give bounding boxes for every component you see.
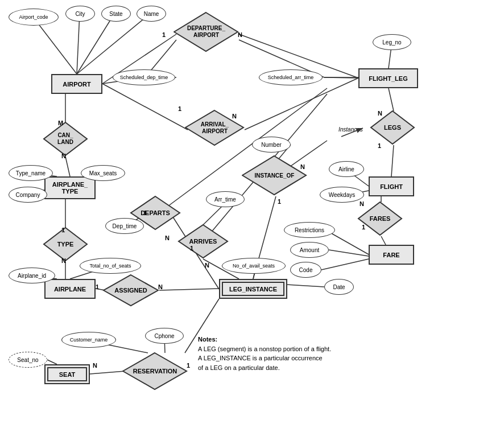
dep-time-attr: Dep_time — [105, 218, 144, 234]
card-1-legs-bottom: 1 — [378, 142, 381, 149]
fares-label: FARES — [370, 215, 391, 222]
assigned-label: ASSIGNED — [114, 287, 147, 294]
svg-line-48 — [47, 360, 57, 364]
card-n-can-land: N — [61, 153, 66, 159]
flight-leg-label: FLIGHT_LEG — [369, 75, 407, 82]
seat-entity: SEAT — [44, 364, 90, 384]
customer-name-label: Customer_name — [70, 337, 108, 343]
code-attr: Code — [290, 262, 321, 278]
card-n-departure: N — [238, 31, 242, 38]
type-name-label: Type_name — [16, 170, 46, 176]
arrives-label: ARRIVES — [189, 238, 217, 245]
svg-line-25 — [329, 250, 369, 256]
card-n-legs-top: N — [378, 110, 382, 117]
card-n-departs: N — [165, 235, 170, 241]
leg-no-label: Leg_no — [382, 39, 401, 46]
svg-line-14 — [65, 157, 70, 176]
card-n-fares-top: N — [360, 200, 364, 207]
max-seats-label: Max_seats — [89, 170, 117, 176]
card-n-reservation-left: N — [93, 362, 97, 369]
city-attr: City — [65, 6, 95, 22]
no-of-avail-seats-label: No_of_avail_seats — [233, 263, 275, 269]
card-n-arrives: N — [205, 262, 209, 269]
svg-line-47 — [90, 371, 125, 374]
departs-label: DEPARTS — [141, 209, 170, 216]
notes-line3: of a LEG on a particular date. — [198, 363, 357, 373]
airline-attr: Airline — [329, 161, 364, 177]
amount-attr: Amount — [290, 242, 329, 258]
total-no-of-seats-attr: Total_no_of_seats — [80, 258, 141, 274]
scheduled-dep-time-attr: Scheduled_dep_time — [113, 69, 175, 85]
notes-line1: A LEG (segment) is a nonstop portion of … — [198, 344, 357, 354]
date-label: Date — [333, 284, 345, 290]
svg-line-41 — [159, 289, 219, 290]
svg-line-2 — [77, 14, 114, 74]
fares-rel: FARES — [357, 201, 403, 236]
restrictions-label: Restrictions — [295, 227, 324, 233]
weekdays-label: Weekdays — [329, 192, 356, 198]
type-label: TYPE — [57, 241, 74, 248]
airplane-entity: AIRPLANE — [44, 279, 96, 299]
dep-time-label: Dep_time — [113, 223, 137, 229]
date-attr: Date — [324, 279, 354, 295]
flight-leg-entity: FLIGHT_LEG — [358, 68, 418, 88]
svg-line-1 — [77, 14, 80, 74]
flight-entity: FLIGHT — [369, 176, 414, 196]
card-1-assigned-left: 1 — [96, 283, 99, 290]
scheduled-arr-time-label: Scheduled_arr_time — [268, 75, 314, 80]
seat-no-label: Seat_no — [17, 357, 38, 363]
card-1-reservation-right: 1 — [187, 362, 190, 369]
svg-line-43 — [287, 285, 324, 287]
scheduled-arr-time-attr: Scheduled_arr_time — [259, 69, 323, 85]
state-label: State — [109, 11, 122, 17]
airplane-type-entity: AIRPLANE_TYPE — [44, 176, 96, 199]
card-1-fares-bottom: 1 — [362, 224, 365, 231]
total-no-of-seats-label: Total_no_of_seats — [89, 263, 131, 269]
card-1-departure: 1 — [162, 31, 166, 38]
card-m-can-land: M — [58, 120, 63, 126]
airport-entity: AIRPORT — [51, 74, 102, 94]
no-of-avail-seats-attr: No_of_avail_seats — [222, 258, 286, 274]
company-label: Company — [16, 192, 40, 198]
arr-time-label: Arr_time — [214, 196, 236, 203]
airplane-label: AIRPLANE — [54, 286, 86, 293]
arr-time-attr: Arr_time — [206, 191, 245, 207]
can-land-label: CAN_LAND — [57, 132, 73, 146]
departure-airport-label: DEPARTURE_AIRPORT — [187, 25, 225, 39]
weekdays-attr: Weekdays — [320, 187, 364, 203]
can-land-rel: CAN_LAND — [43, 121, 88, 157]
svg-line-26 — [321, 259, 369, 270]
restrictions-attr: Restrictions — [284, 222, 335, 238]
er-diagram: AIRPORT AIRPLANE_TYPE AIRPLANE FLIGHT_LE… — [0, 0, 504, 436]
cphone-attr: Cphone — [145, 328, 184, 344]
notes-section: Notes: A LEG (segment) is a nonstop port… — [198, 335, 357, 372]
card-1-instance: 1 — [278, 198, 281, 205]
airplane-id-label: Airplane_id — [18, 273, 46, 279]
card-n-type-bottom: N — [61, 257, 66, 264]
airport-code-label: Airport_code — [19, 14, 48, 20]
name-attr: Name — [137, 6, 166, 22]
company-attr: Company — [9, 187, 47, 203]
airline-label: Airline — [338, 166, 354, 172]
departure-airport-rel: DEPARTURE_AIRPORT — [173, 11, 239, 52]
card-n-assigned-right: N — [158, 283, 163, 290]
card-1-arrives: 1 — [190, 245, 193, 252]
scheduled-dep-time-label: Scheduled_dep_time — [120, 75, 168, 80]
assigned-rel: ASSIGNED — [102, 274, 159, 307]
notes-title: Notes: — [198, 336, 217, 343]
seat-no-attr: Seat_no — [9, 352, 47, 368]
notes-line2: A LEG_INSTANCE is a particular occurrenc… — [198, 353, 357, 363]
state-attr: State — [101, 6, 131, 22]
svg-line-18 — [389, 88, 394, 111]
card-1-arrival: 1 — [178, 105, 181, 112]
max-seats-attr: Max_seats — [81, 165, 125, 181]
instances-label: Instances — [338, 126, 363, 133]
name-label: Name — [144, 11, 159, 17]
svg-line-6 — [102, 84, 188, 130]
svg-line-3 — [77, 14, 150, 74]
fare-label: FARE — [383, 252, 399, 258]
svg-line-23 — [381, 236, 386, 245]
svg-line-0 — [34, 18, 77, 74]
arrival-airport-label: ARRIVAL_AIRPORT — [201, 121, 229, 135]
arrives-rel: ARRIVES — [177, 224, 229, 259]
